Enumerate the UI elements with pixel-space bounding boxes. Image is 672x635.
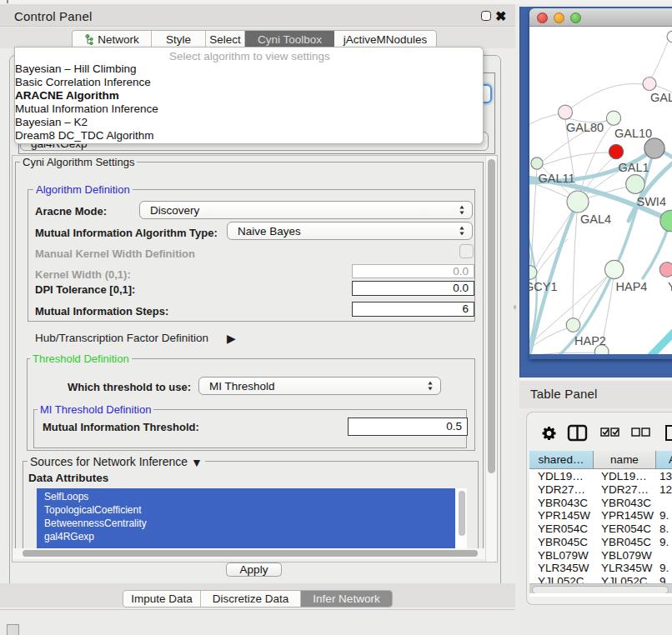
svg-text:SWI4: SWI4 bbox=[637, 195, 666, 208]
svg-text:GAL7: GAL7 bbox=[650, 91, 672, 104]
svg-text:GAL11: GAL11 bbox=[539, 172, 575, 185]
svg-text:HAP2: HAP2 bbox=[574, 334, 606, 348]
svg-text:GAL80: GAL80 bbox=[566, 121, 604, 134]
svg-text:GCY1: GCY1 bbox=[529, 280, 558, 293]
svg-text:YE: YE bbox=[668, 280, 672, 293]
svg-text:GAL1: GAL1 bbox=[619, 161, 649, 174]
svg-text:GAL10: GAL10 bbox=[614, 127, 652, 140]
svg-text:HAP4: HAP4 bbox=[616, 280, 648, 293]
svg-text:GAL4: GAL4 bbox=[580, 212, 611, 226]
